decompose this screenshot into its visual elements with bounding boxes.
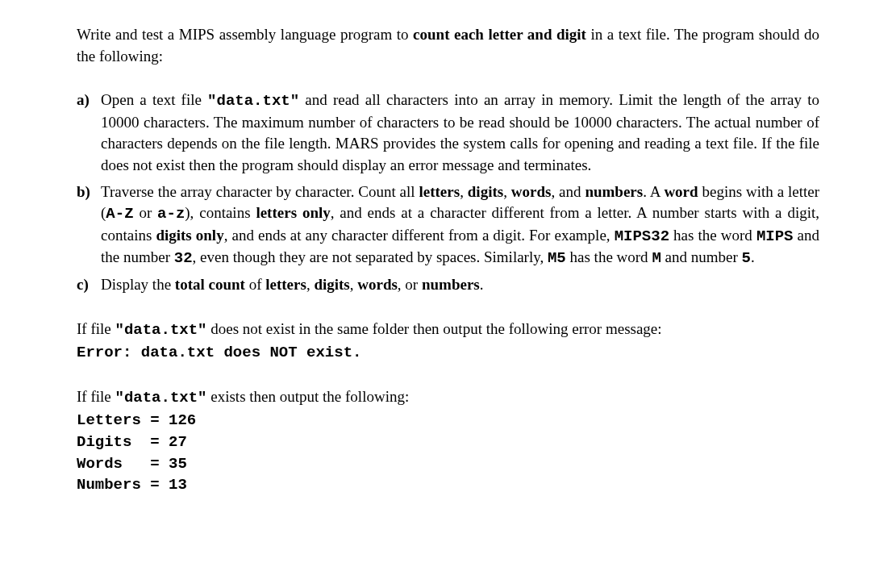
ok-p1: If file bbox=[77, 388, 115, 405]
err-p1: If file bbox=[77, 320, 115, 337]
item-c-content: Display the total count of letters, digi… bbox=[101, 274, 819, 296]
err-filename: "data.txt" bbox=[115, 321, 206, 339]
item-a-content: Open a text file "data.txt" and read all… bbox=[101, 90, 819, 176]
b-mips32: MIPS32 bbox=[615, 227, 669, 245]
b-words: words bbox=[511, 183, 552, 200]
error-output: Error: data.txt does NOT exist. bbox=[77, 342, 819, 364]
b-numbers: numbers bbox=[585, 183, 643, 200]
c-total-count: total count bbox=[175, 276, 245, 293]
err-p3: does not exist in the same folder then o… bbox=[207, 320, 662, 337]
c-seg11: . bbox=[480, 276, 484, 293]
b-seg25: , even though they are not separated by … bbox=[193, 248, 548, 265]
intro-bold: count each letter and digit bbox=[413, 26, 586, 43]
b-seg31: . bbox=[751, 248, 755, 265]
c-seg3: of bbox=[245, 276, 265, 293]
b-seg3: , bbox=[460, 183, 468, 200]
b-seg9: . A bbox=[643, 183, 664, 200]
c-seg9: , or bbox=[398, 276, 422, 293]
b-seg1: Traverse the array character by characte… bbox=[101, 183, 419, 200]
c-digits: digits bbox=[314, 276, 349, 293]
error-case-block: If file "data.txt" does not exist in the… bbox=[77, 319, 819, 364]
b-digits-only: digits only bbox=[156, 227, 223, 244]
item-a-marker: a) bbox=[77, 90, 101, 176]
item-b-marker: b) bbox=[77, 181, 101, 269]
ok-filename: "data.txt" bbox=[115, 389, 206, 407]
item-c-marker: c) bbox=[77, 274, 101, 296]
b-seg15: ), contains bbox=[185, 204, 256, 221]
success-output: Letters = 126 Digits = 27 Words = 35 Num… bbox=[77, 410, 819, 495]
b-seg19: , and ends at any character different fr… bbox=[224, 227, 615, 244]
item-b: b) Traverse the array character by chara… bbox=[77, 181, 819, 269]
b-seg21: has the word bbox=[669, 227, 756, 244]
c-letters: letters bbox=[265, 276, 306, 293]
c-seg5: , bbox=[306, 276, 315, 293]
b-mips: MIPS bbox=[756, 227, 794, 245]
b-letters: letters bbox=[419, 183, 461, 200]
b-m: M bbox=[652, 249, 661, 267]
item-c: c) Display the total count of letters, d… bbox=[77, 274, 819, 296]
b-az-lower: a-z bbox=[157, 205, 185, 223]
b-seg5: , bbox=[503, 183, 511, 200]
success-case-block: If file "data.txt" exists then output th… bbox=[77, 386, 819, 496]
intro-text-1: Write and test a MIPS assembly language … bbox=[77, 26, 413, 43]
item-a: a) Open a text file "data.txt" and read … bbox=[77, 90, 819, 176]
b-m5: M5 bbox=[548, 249, 566, 267]
intro-paragraph: Write and test a MIPS assembly language … bbox=[77, 24, 819, 67]
b-letters-only: letters only bbox=[256, 204, 330, 221]
c-seg1: Display the bbox=[101, 276, 175, 293]
b-32: 32 bbox=[174, 249, 193, 267]
b-seg27: has the word bbox=[566, 248, 652, 265]
b-digits: digits bbox=[468, 183, 503, 200]
ok-p3: exists then output the following: bbox=[207, 388, 410, 405]
b-az-upper: A-Z bbox=[106, 205, 133, 223]
b-word: word bbox=[664, 183, 698, 200]
instruction-list: a) Open a text file "data.txt" and read … bbox=[77, 90, 819, 295]
b-seg7: , and bbox=[551, 183, 585, 200]
c-words: words bbox=[357, 276, 398, 293]
c-numbers: numbers bbox=[422, 276, 480, 293]
item-a-seg1: Open a text file bbox=[101, 91, 207, 108]
b-seg13: or bbox=[134, 204, 158, 221]
b-5: 5 bbox=[742, 249, 751, 267]
item-a-filename: "data.txt" bbox=[207, 92, 299, 110]
b-seg29: and number bbox=[661, 248, 742, 265]
item-b-content: Traverse the array character by characte… bbox=[101, 181, 819, 269]
c-seg7: , bbox=[350, 276, 358, 293]
